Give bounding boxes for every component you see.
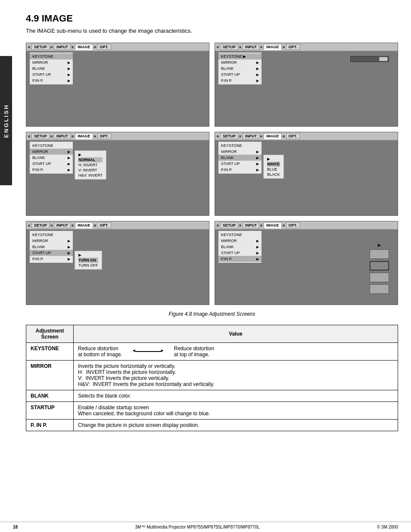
dot-1: [28, 46, 30, 48]
blank-black[interactable]: BLACK: [267, 172, 280, 177]
blank-sub-arrow: ▶: [267, 156, 280, 162]
tab-opt-4[interactable]: OPT.: [286, 133, 300, 139]
tab-opt-1[interactable]: OPT.: [97, 44, 111, 50]
menu-item-mirror-6[interactable]: MIRROR ▶: [218, 238, 262, 244]
menu-item-startup-2[interactable]: START UP ▶: [218, 72, 262, 78]
label-startup: STARTUP: [26, 402, 74, 420]
menu-item-pinp-3[interactable]: P.IN P. ▶: [30, 167, 73, 173]
menu-item-mirror-1[interactable]: MIRROR ▶: [30, 59, 73, 65]
footer-copyright: © 3M 2000: [377, 525, 398, 529]
tab-setup-3[interactable]: SETUP: [31, 133, 50, 139]
table-row-pinp: P. IN P. Change the picture in picture s…: [26, 420, 398, 431]
adjustment-table: AdjustmentScreen Value KEYSTONE Reduce d…: [26, 325, 398, 431]
menu-item-keystone-1[interactable]: KEYSTONE: [30, 53, 73, 59]
tab-input-6[interactable]: INPUT: [243, 222, 259, 228]
pip-pos-4[interactable]: [370, 284, 389, 294]
tab-image-2[interactable]: IMAGE: [264, 44, 282, 50]
tab-input-2[interactable]: INPUT: [243, 44, 259, 50]
tab-image-1[interactable]: IMAGE: [75, 44, 93, 50]
tab-opt-3[interactable]: OPT.: [97, 133, 111, 139]
menu-item-keystone-3[interactable]: KEYSTONE: [30, 143, 73, 149]
mirror-hv-invert[interactable]: H&V: INVERT: [78, 173, 103, 178]
menu-item-startup-4[interactable]: START UP ▶: [218, 161, 262, 167]
label-mirror: MIRROR: [26, 361, 74, 390]
menu-panel-2: KEYSTONE ▶ MIRROR ▶ BLANK ▶ START UP ▶ P…: [218, 53, 262, 84]
label-pinp: P. IN P.: [26, 420, 74, 431]
proj-screen-5: SETUP INPUT IMAGE OPT. KEYSTONE MIRROR ▶…: [26, 221, 209, 305]
menu-item-pinp-2[interactable]: P.IN P. ▶: [218, 78, 262, 84]
proj-screen-3: SETUP INPUT IMAGE OPT. KEYSTONE MIRROR ▶…: [26, 132, 209, 216]
label-blank: BLANK: [26, 390, 74, 402]
menu-item-keystone-4[interactable]: KEYSTONE: [218, 143, 262, 149]
menu-item-keystone-5[interactable]: KEYSTONE: [30, 232, 73, 238]
keystone-arrow: [135, 351, 161, 352]
menu-item-mirror-4[interactable]: MIRROR ▶: [218, 149, 262, 155]
slider-thumb[interactable]: [379, 57, 388, 61]
menu-item-startup-1[interactable]: START UP ▶: [30, 72, 73, 78]
tab-image-6[interactable]: IMAGE: [264, 222, 282, 228]
tab-setup-6[interactable]: SETUP: [220, 222, 238, 228]
tab-input-1[interactable]: INPUT: [54, 44, 71, 50]
tab-image-5[interactable]: IMAGE: [75, 222, 93, 228]
dot-4: [94, 46, 96, 48]
menu-item-pinp-1[interactable]: P.IN P. ▶: [30, 78, 73, 84]
menu-item-blank-6[interactable]: BLANK ▶: [218, 244, 262, 250]
tab-opt-6[interactable]: OPT.: [286, 222, 300, 228]
tab-input-5[interactable]: INPUT: [54, 222, 71, 228]
tab-image-4[interactable]: IMAGE: [264, 133, 282, 139]
pip-pos-1[interactable]: [370, 249, 389, 259]
side-label: ENGLISH: [0, 56, 12, 185]
tab-opt-2[interactable]: OPT.: [286, 44, 300, 50]
menu-item-blank-2[interactable]: BLANK ▶: [218, 65, 262, 72]
menu-item-startup-5[interactable]: START UP ▶: [30, 250, 73, 256]
proj-screen-2: SETUP INPUT IMAGE OPT. KEYSTONE ▶ MIRROR…: [215, 43, 398, 127]
menu-panel-6: KEYSTONE MIRROR ▶ BLANK ▶ START UP ▶ P.I…: [218, 231, 262, 263]
menu-panel-4: KEYSTONE MIRROR ▶ BLANK ▶ START UP ▶ P.I…: [218, 142, 262, 174]
menu-bar-4: SETUP INPUT IMAGE OPT.: [215, 132, 398, 140]
figure-caption: Figure 4.8 Image Adjustment Screens: [26, 311, 398, 317]
pip-pos-2[interactable]: [370, 261, 389, 271]
menu-item-mirror-2[interactable]: MIRROR ▶: [218, 59, 262, 65]
menu-item-mirror-5[interactable]: MIRROR ▶: [30, 238, 73, 244]
tab-setup-1[interactable]: SETUP: [31, 44, 50, 50]
menu-item-blank-3[interactable]: BLANK ▶: [30, 155, 73, 161]
value-mirror: Inverts the picture horizontally or vert…: [74, 361, 398, 390]
mirror-v-invert[interactable]: V: INVERT: [78, 168, 103, 173]
value-pinp: Change the picture in picture screen dis…: [74, 420, 398, 431]
blank-white[interactable]: WHITE: [267, 162, 280, 167]
menu-item-startup-6[interactable]: START UP ▶: [218, 250, 262, 256]
keystone-slider[interactable]: [350, 56, 389, 62]
menu-item-blank-1[interactable]: BLANK ▶: [30, 65, 73, 72]
mirror-normal[interactable]: NORMAL: [78, 157, 103, 162]
menu-item-blank-5[interactable]: BLANK ▶: [30, 244, 73, 250]
menu-item-mirror-3[interactable]: MIRROR ▶: [30, 149, 73, 155]
pip-pos-3[interactable]: [370, 273, 389, 282]
keystone-illustration: Reduce distortionat bottom of image. Red…: [78, 345, 393, 358]
blank-submenu: ▶ WHITE BLUE BLACK: [263, 155, 284, 179]
menu-bar-1: SETUP INPUT IMAGE OPT.: [26, 43, 209, 51]
startup-off[interactable]: TURN OFF: [78, 263, 98, 268]
mirror-h-invert[interactable]: H: INVERT: [78, 162, 103, 168]
value-keystone: Reduce distortionat bottom of image. Red…: [74, 343, 398, 361]
startup-on[interactable]: TURN ON: [78, 258, 98, 263]
menu-item-keystone-6[interactable]: KEYSTONE: [218, 232, 262, 238]
table-row-blank: BLANK Selects the blank color.: [26, 390, 398, 402]
tab-input-4[interactable]: INPUT: [243, 133, 259, 139]
menu-item-pinp-5[interactable]: P.IN P. ▶: [30, 256, 73, 262]
label-keystone: KEYSTONE: [26, 343, 74, 361]
tab-opt-5[interactable]: OPT.: [97, 222, 111, 228]
menu-item-blank-4[interactable]: BLANK ▶: [218, 155, 262, 161]
col-header-adjustment: AdjustmentScreen: [26, 325, 74, 343]
tab-image-3[interactable]: IMAGE: [75, 133, 93, 139]
menu-item-startup-3[interactable]: START UP ▶: [30, 161, 73, 167]
tab-setup-5[interactable]: SETUP: [31, 222, 50, 228]
tab-input-3[interactable]: INPUT: [54, 133, 71, 139]
tab-setup-4[interactable]: SETUP: [220, 133, 238, 139]
menu-item-pinp-6[interactable]: P.IN P. ▶: [218, 256, 262, 262]
menu-item-pinp-4[interactable]: P.IN P. ▶: [218, 167, 262, 173]
blank-blue[interactable]: BLUE: [267, 167, 280, 172]
value-startup: Enable / disable startup screen When can…: [74, 402, 398, 420]
keystone-top-text: Reduce distortionat top of image.: [174, 345, 214, 358]
tab-setup-2[interactable]: SETUP: [220, 44, 238, 50]
menu-item-keystone-2[interactable]: KEYSTONE ▶: [218, 53, 262, 59]
